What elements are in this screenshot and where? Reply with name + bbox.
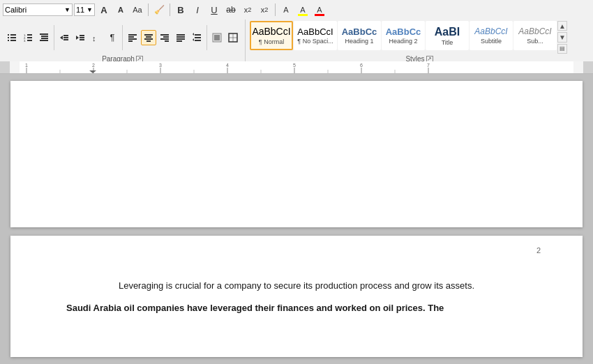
- svg-rect-5: [10, 40, 16, 41]
- font-name-dropdown[interactable]: Calibri ▼: [3, 3, 73, 16]
- svg-text:3.: 3.: [24, 39, 26, 43]
- svg-rect-36: [165, 40, 169, 42]
- styles-more[interactable]: ▤: [557, 44, 567, 54]
- separator2: [170, 3, 170, 16]
- style-heading1-label: Heading 1: [345, 38, 373, 45]
- multilevel-list-button[interactable]: [36, 30, 52, 45]
- separator3: [275, 3, 276, 16]
- style-title[interactable]: AaBI Title: [426, 21, 469, 50]
- style-subtle-emph[interactable]: AaBbCcI Sub...: [513, 21, 557, 50]
- style-title-label: Title: [442, 39, 453, 46]
- style-heading1-preview: AaBbCc: [342, 26, 377, 38]
- style-subtitle-preview: AaBbCcI: [474, 26, 507, 36]
- page-2-para1: Leveraging is crucial for a company to s…: [66, 278, 527, 294]
- style-normal[interactable]: AaBbCcI ¶ Normal: [250, 21, 293, 50]
- italic-button[interactable]: I: [190, 2, 205, 17]
- styles-scroll-up[interactable]: ▲: [557, 21, 567, 31]
- decrease-indent-button[interactable]: [57, 30, 72, 45]
- line-spacing-button[interactable]: [189, 30, 204, 45]
- svg-rect-23: [80, 39, 84, 40]
- justify-button[interactable]: [173, 30, 188, 45]
- svg-text:3: 3: [159, 63, 162, 68]
- ruler-inner: 1 2 3 4 5 6 7: [20, 61, 573, 73]
- vdivider2: [122, 25, 123, 50]
- clear-format-button[interactable]: 🧹: [151, 2, 167, 17]
- page-1: [10, 81, 583, 227]
- svg-text:1: 1: [25, 63, 28, 68]
- svg-text:2: 2: [92, 63, 95, 68]
- separator1: [148, 3, 149, 16]
- change-case-button[interactable]: Aa: [130, 2, 145, 17]
- svg-rect-9: [27, 37, 32, 38]
- style-heading2[interactable]: AaBbCc Heading 2: [382, 21, 425, 50]
- style-no-spacing-preview: AaBbCcI: [297, 26, 333, 38]
- svg-rect-37: [177, 34, 185, 36]
- svg-rect-26: [128, 36, 134, 38]
- svg-marker-20: [76, 36, 79, 40]
- sort-button[interactable]: ↕: [89, 30, 104, 45]
- page-2: 2 Leveraging is crucial for a company to…: [10, 236, 583, 357]
- svg-text:5: 5: [293, 63, 296, 68]
- svg-rect-38: [177, 36, 185, 38]
- style-subtitle-label: Subtitle: [481, 38, 502, 45]
- style-heading2-preview: AaBbCc: [386, 26, 421, 38]
- style-subtitle[interactable]: AaBbCcI Subtitle: [470, 21, 513, 50]
- subscript-button[interactable]: x2: [240, 2, 255, 17]
- style-heading1[interactable]: AaBbCc Heading 1: [338, 21, 381, 50]
- svg-rect-2: [8, 37, 9, 38]
- align-center-button[interactable]: [141, 30, 156, 45]
- grow-font-button[interactable]: A: [96, 2, 112, 17]
- svg-text:7: 7: [427, 63, 430, 68]
- show-hide-button[interactable]: ¶: [105, 30, 120, 45]
- svg-rect-43: [195, 40, 201, 41]
- shrink-font-button[interactable]: A: [113, 2, 128, 17]
- svg-rect-28: [128, 40, 133, 42]
- svg-rect-21: [80, 35, 84, 36]
- svg-rect-19: [63, 39, 68, 40]
- style-no-spacing-label: ¶ No Spaci...: [297, 38, 333, 45]
- font-name-value: Calibri: [5, 6, 27, 14]
- svg-text:4: 4: [226, 63, 229, 68]
- text-effects-button[interactable]: A: [278, 2, 294, 17]
- ruler-left-margin: [0, 61, 10, 73]
- svg-rect-13: [41, 36, 48, 37]
- font-name-arrow: ▼: [64, 6, 70, 13]
- ruler-ticks: 1 2 3 4 5 6 7: [20, 61, 573, 73]
- svg-rect-14: [41, 38, 48, 39]
- style-subtle-emph-preview: AaBbCcI: [518, 26, 551, 36]
- svg-rect-18: [63, 37, 68, 38]
- underline-button[interactable]: U: [207, 2, 222, 17]
- strikethrough-button[interactable]: ab: [223, 2, 239, 17]
- bold-button[interactable]: B: [173, 2, 188, 17]
- svg-rect-0: [8, 34, 9, 36]
- ruler: 1 2 3 4 5 6 7: [0, 61, 593, 74]
- align-right-button[interactable]: [157, 30, 172, 45]
- style-normal-preview: AaBbCcI: [252, 26, 290, 38]
- svg-rect-40: [177, 40, 182, 42]
- font-color-button[interactable]: A: [312, 2, 327, 17]
- svg-rect-27: [128, 38, 137, 40]
- borders-button[interactable]: [225, 30, 241, 45]
- style-title-preview: AaBI: [435, 25, 460, 38]
- styles-scroll-down[interactable]: ▼: [557, 32, 567, 42]
- svg-rect-33: [160, 34, 169, 36]
- svg-rect-34: [163, 36, 169, 38]
- increase-indent-button[interactable]: [73, 30, 88, 45]
- superscript-button[interactable]: x2: [257, 2, 272, 17]
- svg-marker-16: [60, 36, 63, 40]
- numbering-button[interactable]: 1.2.3.: [20, 30, 36, 45]
- svg-rect-12: [40, 33, 48, 35]
- svg-rect-4: [8, 40, 9, 41]
- svg-rect-11: [27, 40, 32, 41]
- text-highlight-button[interactable]: A: [295, 2, 310, 17]
- svg-rect-15: [40, 40, 48, 41]
- bullets-button[interactable]: [4, 30, 20, 45]
- svg-rect-41: [195, 34, 201, 36]
- font-size-dropdown[interactable]: 11 ▼: [74, 3, 95, 16]
- align-left-button[interactable]: [125, 30, 140, 45]
- svg-rect-32: [147, 40, 151, 42]
- font-size-value: 11: [76, 6, 84, 14]
- svg-rect-42: [195, 37, 201, 38]
- shading-button[interactable]: [209, 30, 225, 45]
- style-no-spacing[interactable]: AaBbCcI ¶ No Spaci...: [294, 21, 337, 50]
